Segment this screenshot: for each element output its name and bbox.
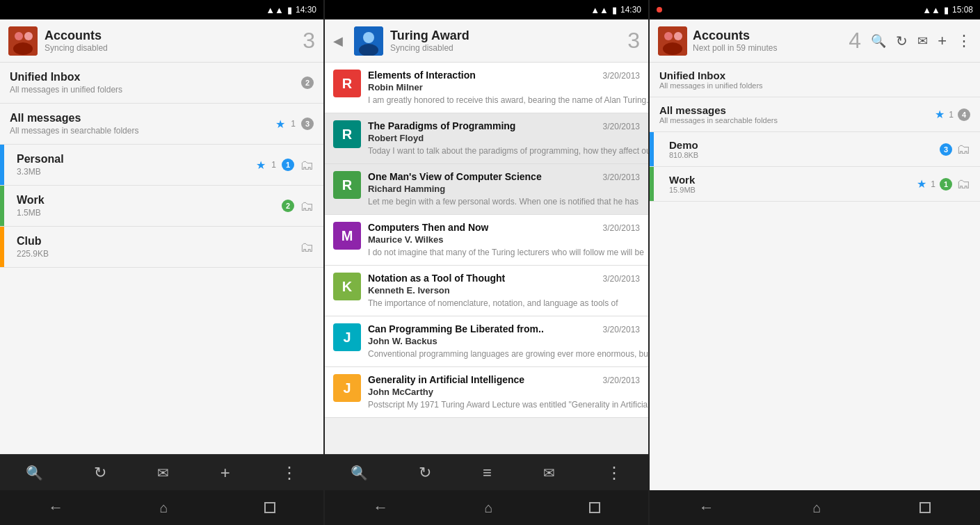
- status-bar-3: ▲▲ ▮ 15:08: [650, 0, 980, 19]
- back-button-2[interactable]: ←: [373, 499, 388, 517]
- header-text-2: Turing Award Syncing disabled: [390, 29, 469, 54]
- time-display-3: 15:08: [952, 5, 973, 15]
- email-content-4: Computers Then and Now 3/20/2013 Maurice…: [368, 222, 640, 258]
- email-sender-row-5: Kenneth E. Iverson The importance of nom…: [368, 284, 640, 309]
- wifi-icon-2: ▲▲: [591, 5, 609, 15]
- filter-button-2[interactable]: ≡: [477, 458, 497, 487]
- all-messages-item[interactable]: All messages All messages in searchable …: [0, 104, 323, 145]
- svg-point-9: [674, 32, 682, 40]
- email-content-5: Notation as a Tool of Thought 3/20/2013 …: [368, 273, 640, 309]
- work-account-item[interactable]: Work 1.5MB 2 🗂: [0, 186, 323, 227]
- battery-icon-3: ▮: [944, 5, 949, 15]
- email-sender-7: John McCarthy: [368, 387, 433, 397]
- personal-badges: ★ 1 1 🗂: [256, 157, 314, 173]
- back-button-1[interactable]: ←: [48, 499, 63, 517]
- personal-stripe: [0, 145, 4, 185]
- compose-button-2[interactable]: ✉: [538, 459, 561, 487]
- header-left-1: Accounts Syncing disabled: [8, 26, 108, 56]
- status-icons-1: ▲▲ ▮ 14:30: [266, 5, 316, 15]
- email-subject-7: Generality in Artificial Intelligence: [368, 374, 524, 385]
- compose-action-icon[interactable]: ✉: [917, 33, 928, 49]
- personal-account-item[interactable]: Personal 3.3MB ★ 1 1 🗂: [0, 145, 323, 186]
- all-messages-star-icon: ★: [275, 118, 285, 131]
- search-action-icon[interactable]: 🔍: [871, 33, 886, 49]
- refresh-button-2[interactable]: ↻: [413, 458, 437, 487]
- work-size: 1.5MB: [17, 208, 45, 218]
- time-display-1: 14:30: [296, 5, 316, 15]
- compose-button-1[interactable]: ✉: [152, 459, 175, 487]
- email-sender-row-2: Robert Floyd Today I want to talk about …: [368, 131, 640, 156]
- time-display-2: 14:30: [620, 5, 641, 15]
- personal-count: 1: [286, 161, 290, 169]
- club-account-item[interactable]: Club 225.9KB 🗂: [0, 227, 323, 268]
- recents-button-1[interactable]: [264, 502, 275, 513]
- p3-work-star-count: 1: [931, 179, 935, 189]
- unified-inbox-text: Unified Inbox All messages in unified fo…: [10, 71, 122, 95]
- email-sender-1: Robin Milner I am greatly honored to rec…: [368, 81, 640, 106]
- email-avatar-4: M: [333, 222, 361, 250]
- bottom-nav-2: 🔍 ↻ ≡ ✉ ⋮: [325, 454, 648, 490]
- header-text-3: Accounts Next poll in 59 minutes: [693, 29, 777, 54]
- personal-badge: 1: [282, 159, 294, 171]
- accounts-title: Accounts: [45, 29, 108, 44]
- turing-count: 3: [627, 28, 640, 54]
- email-top-2: The Paradigms of Programming 3/20/2013: [368, 120, 640, 131]
- email-subject-6: Can Programming Be Liberated from..: [368, 323, 544, 334]
- p3-demo-folder-icon: 🗂: [956, 141, 970, 157]
- email-top-3: One Man's View of Computer Science 3/20/…: [368, 171, 640, 182]
- p3-unified-inbox[interactable]: Unified Inbox All messages in unified fo…: [650, 63, 980, 97]
- accounts-header: Accounts Syncing disabled 3: [0, 19, 323, 63]
- email-avatar-1: R: [333, 70, 361, 97]
- more-action-icon[interactable]: ⋮: [956, 32, 972, 50]
- p3-work-star-icon: ★: [917, 177, 926, 191]
- unified-inbox-badge: 2: [301, 76, 314, 89]
- email-avatar-3: R: [333, 171, 361, 199]
- home-button-1[interactable]: ⌂: [159, 500, 168, 516]
- email-item-7[interactable]: J Generality in Artificial Intelligence …: [325, 367, 648, 418]
- unified-inbox-count: 2: [305, 79, 310, 87]
- all-messages-star-count: 1: [291, 119, 296, 129]
- email-preview-1: I am greatly honored to receive this awa…: [368, 95, 648, 105]
- add-action-icon[interactable]: +: [938, 32, 947, 50]
- work-badges: 2 🗂: [282, 198, 314, 214]
- club-stripe: [0, 227, 4, 267]
- email-item-3[interactable]: R One Man's View of Computer Science 3/2…: [325, 164, 648, 215]
- personal-size: 3.3MB: [17, 167, 64, 177]
- email-subject-4: Computers Then and Now: [368, 222, 488, 233]
- home-button-2[interactable]: ⌂: [484, 500, 492, 516]
- back-button-3[interactable]: ←: [699, 499, 714, 517]
- p3-all-star-icon: ★: [935, 108, 945, 121]
- email-item-6[interactable]: J Can Programming Be Liberated from.. 3/…: [325, 316, 648, 367]
- home-button-3[interactable]: ⌂: [812, 500, 821, 516]
- p3-demo-item[interactable]: Demo 810.8KB 3 🗂: [650, 132, 980, 167]
- recents-button-3[interactable]: [919, 502, 931, 513]
- svg-point-3: [13, 42, 33, 55]
- recents-button-2[interactable]: [589, 502, 600, 513]
- p3-all-subtitle: All messages in searchable folders: [659, 116, 778, 124]
- email-item-1[interactable]: R Elements of Interaction 3/20/2013 Robi…: [325, 63, 648, 113]
- more-button-2[interactable]: ⋮: [600, 458, 628, 488]
- accounts-header-3: Accounts Next poll in 59 minutes 4 🔍 ↻ ✉…: [650, 19, 980, 63]
- header-left-2: ◀ Turing Award Syncing disabled: [333, 26, 469, 56]
- unified-inbox-item[interactable]: Unified Inbox All messages in unified fo…: [0, 63, 323, 104]
- back-arrow-icon[interactable]: ◀: [333, 33, 343, 49]
- search-button-1[interactable]: 🔍: [20, 459, 49, 487]
- add-button-1[interactable]: +: [215, 458, 236, 488]
- email-preview-7: Postscript My 1971 Turing Award Lecture …: [368, 400, 648, 410]
- turing-title: Turing Award: [390, 29, 469, 44]
- p3-all-badge: 4: [958, 108, 970, 121]
- p3-all-count: 4: [962, 111, 966, 119]
- refresh-action-icon[interactable]: ↻: [896, 33, 908, 49]
- p3-work-item[interactable]: Work 15.9MB ★ 1 1 🗂: [650, 167, 980, 202]
- email-date-5: 3/20/2013: [603, 274, 640, 284]
- email-item-2[interactable]: R The Paradigms of Programming 3/20/2013…: [325, 113, 648, 164]
- email-item-4[interactable]: M Computers Then and Now 3/20/2013 Mauri…: [325, 215, 648, 266]
- svg-point-8: [664, 32, 673, 40]
- email-avatar-2: R: [333, 120, 361, 148]
- more-button-1[interactable]: ⋮: [275, 458, 303, 488]
- p3-all-messages[interactable]: All messages All messages in searchable …: [650, 97, 980, 132]
- email-item-5[interactable]: K Notation as a Tool of Thought 3/20/201…: [325, 266, 648, 316]
- search-button-2[interactable]: 🔍: [345, 459, 373, 487]
- p3-unified-title: Unified Inbox: [659, 70, 763, 81]
- refresh-button-1[interactable]: ↻: [88, 458, 112, 487]
